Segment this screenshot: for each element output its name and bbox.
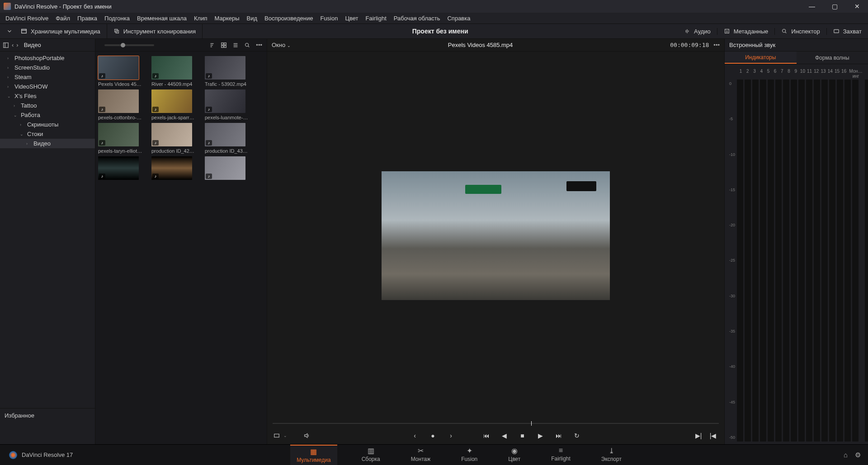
- grid-icon[interactable]: [221, 42, 227, 48]
- pool-clip[interactable]: ♪: [98, 156, 143, 182]
- play-reverse-icon[interactable]: ◀: [500, 432, 509, 439]
- pool-clip[interactable]: ♪production ID_43407…: [205, 123, 250, 154]
- nav-back[interactable]: ‹: [12, 42, 14, 48]
- loop-icon[interactable]: ↻: [572, 432, 582, 439]
- toolbar-mediapool[interactable]: Хранилище мультимедиа: [31, 28, 100, 35]
- tree-item[interactable]: ⌄Работа: [0, 110, 95, 120]
- menu-item[interactable]: Клип: [190, 14, 211, 23]
- aspect-icon[interactable]: [274, 432, 280, 439]
- home-icon[interactable]: ⌂: [844, 451, 848, 459]
- go-start-icon[interactable]: ⏮: [481, 432, 491, 439]
- thumb-size-slider[interactable]: [104, 44, 154, 46]
- pool-clip[interactable]: ♪pexels-jack-sparrow-…: [151, 89, 197, 120]
- viewer-image[interactable]: [382, 171, 610, 300]
- mark-out-icon[interactable]: ›: [446, 432, 456, 439]
- page-tab[interactable]: ⤓Экспорт: [595, 445, 628, 465]
- tree-item[interactable]: ⌄X's Files: [0, 91, 95, 101]
- meter-channel-label: 7: [779, 69, 784, 79]
- pool-clip[interactable]: ♪pexels-taryn-elliott-5…: [98, 123, 143, 154]
- tree-item[interactable]: ›ScreenStudio: [0, 63, 95, 72]
- meter-channel-label: 6: [773, 69, 778, 79]
- menu-item[interactable]: Вид: [243, 14, 261, 23]
- menu-item[interactable]: Правка: [74, 14, 101, 23]
- tree-item[interactable]: ›PhotoshopPortable: [0, 53, 95, 63]
- tree-item[interactable]: ›Видео: [0, 139, 95, 148]
- page-tab[interactable]: ✂Монтаж: [405, 445, 437, 465]
- menu-item[interactable]: Маркеры: [211, 14, 243, 23]
- tree-item[interactable]: ›Tattoo: [0, 101, 95, 110]
- close-button[interactable]: ✕: [850, 3, 864, 10]
- list-icon[interactable]: [232, 42, 239, 48]
- page-icon: ✦: [467, 446, 472, 455]
- toolbar-clone[interactable]: Инструмент клонирования: [123, 28, 196, 35]
- minimize-button[interactable]: —: [805, 3, 819, 10]
- tree-item[interactable]: ›Steam: [0, 72, 95, 82]
- library-icon: [21, 28, 27, 34]
- audio-badge-icon: ♪: [206, 140, 212, 146]
- menu-item[interactable]: Воспроизведение: [261, 14, 316, 23]
- audio-tab-waveform[interactable]: Форма волны: [797, 52, 868, 64]
- play-icon[interactable]: ▶: [536, 432, 546, 439]
- menu-item[interactable]: Справка: [443, 14, 474, 23]
- project-settings-icon[interactable]: ⚙: [855, 451, 861, 459]
- menu-item[interactable]: Файл: [52, 14, 74, 23]
- audio-meter: [745, 80, 751, 442]
- menu-item[interactable]: Рабочая область: [390, 14, 444, 23]
- menu-item[interactable]: DaVinci Resolve: [2, 14, 52, 23]
- audio-tab-indicators[interactable]: Индикаторы: [725, 52, 797, 64]
- viewer-options-icon[interactable]: •••: [713, 42, 720, 48]
- nav-fwd[interactable]: ›: [16, 42, 18, 48]
- menu-item[interactable]: Цвет: [341, 14, 362, 23]
- meter-channel-label: 16: [841, 69, 846, 79]
- aspect-dropdown[interactable]: ⌄: [283, 433, 287, 438]
- toolbar-capture[interactable]: Захват: [843, 28, 862, 35]
- pool-clip[interactable]: ♪pexels-luanmote-66…: [205, 89, 250, 120]
- menu-item[interactable]: Подгонка: [101, 14, 133, 23]
- toolbar-audio[interactable]: Аудио: [694, 28, 711, 35]
- pool-clip[interactable]: ♪: [151, 156, 197, 182]
- page-tab[interactable]: ≡Fairlight: [545, 445, 577, 465]
- more-icon[interactable]: •••: [256, 42, 262, 48]
- viewer-scrubber[interactable]: [267, 420, 724, 427]
- pool-clip[interactable]: ♪: [205, 156, 250, 182]
- dropdown-icon[interactable]: [6, 28, 13, 34]
- page-tab[interactable]: ▥Сборка: [355, 445, 387, 465]
- monitor-meter: [865, 80, 868, 442]
- volume-icon[interactable]: [303, 432, 310, 439]
- menu-item[interactable]: Временная шкала: [133, 14, 190, 23]
- pool-clip[interactable]: ♪Pexels Videos 4585…: [98, 56, 143, 87]
- page-icon: ▦: [310, 447, 317, 456]
- pool-clip[interactable]: ♪River - 44509.mp4: [151, 56, 197, 87]
- page-tab[interactable]: ✦Fusion: [455, 445, 484, 465]
- meter-channel-label: 15: [835, 69, 840, 79]
- toolbar-inspector[interactable]: Инспектор: [791, 28, 820, 35]
- pool-clip[interactable]: ♪pexels-cottonbro-54…: [98, 89, 143, 120]
- mark-clip-icon[interactable]: ●: [428, 432, 438, 439]
- transport-controls: ⌄ ‹ ● › ⏮ ◀ ■ ▶ ⏭ ↻ ▶| |◀: [267, 427, 724, 444]
- mark-in-icon[interactable]: ‹: [410, 432, 420, 439]
- tree-item[interactable]: ›Скриншоты: [0, 120, 95, 129]
- viewer-mode-dropdown[interactable]: Окно ⌄: [272, 42, 291, 48]
- page-tab[interactable]: ◉Цвет: [502, 445, 527, 465]
- tree-item[interactable]: ›VideoSHOW: [0, 82, 95, 91]
- meter-channel-label: 1: [738, 69, 743, 79]
- pool-clip[interactable]: ♪Trafic - 53902.mp4: [205, 56, 250, 87]
- meter-channel-label: 13: [821, 69, 826, 79]
- prev-clip-icon[interactable]: |◀: [708, 432, 718, 439]
- maximize-button[interactable]: ▢: [827, 3, 842, 10]
- tree-item[interactable]: ⌄Стоки: [0, 129, 95, 139]
- sort-icon[interactable]: [209, 42, 215, 48]
- next-clip-icon[interactable]: ▶|: [693, 432, 703, 439]
- audio-header: Встроенный звук: [725, 39, 868, 52]
- folder-tree: ›PhotoshopPortable›ScreenStudio›Steam›Vi…: [0, 52, 95, 408]
- page-tab[interactable]: ▦Мультимедиа: [290, 445, 337, 465]
- stop-icon[interactable]: ■: [518, 432, 528, 439]
- menu-item[interactable]: Fusion: [316, 14, 341, 23]
- go-end-icon[interactable]: ⏭: [554, 432, 564, 439]
- app-icon: [4, 3, 11, 10]
- sidebar-toggle-icon[interactable]: [3, 42, 9, 48]
- pool-clip[interactable]: ♪production ID_42649…: [151, 123, 197, 154]
- toolbar-metadata[interactable]: Метаданные: [734, 28, 769, 35]
- search-icon[interactable]: [244, 42, 250, 48]
- menu-item[interactable]: Fairlight: [362, 14, 390, 23]
